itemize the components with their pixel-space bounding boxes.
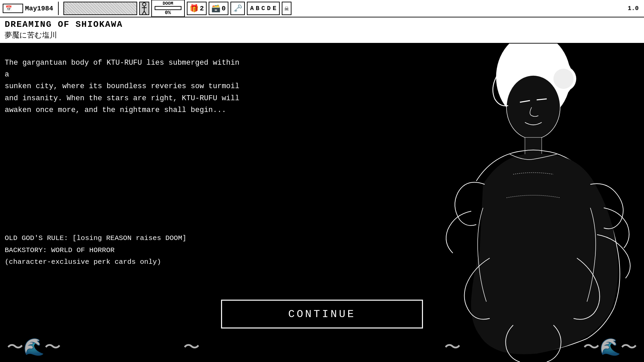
hud-monster-icon: ☠: [284, 4, 289, 13]
deco-scroll-center-left: 〜: [183, 336, 200, 358]
hud-doom-value: 0%: [165, 10, 171, 16]
title-area: DREAMING OF SHIOKAWA 夢魘に苦む塩川: [0, 17, 644, 44]
bottom-decoration: 〜🌊〜 〜 〜 〜🌊〜: [0, 332, 644, 362]
hud-date: 31: [13, 5, 20, 12]
hud-doom-box: DOOM 0%: [151, 0, 185, 17]
hud-map-inner: [64, 2, 137, 14]
hud-letters-box: A B C D E: [247, 2, 280, 15]
bottom-info: OLD GOD'S RULE: [losing REASON raises DO…: [5, 232, 186, 268]
hud-stat2-box: 🗃️ 0: [209, 2, 228, 15]
deco-scroll-left: 〜🌊〜: [7, 336, 61, 358]
hud-letter-a: A: [250, 5, 255, 12]
hud-chest-icon: 🗃️: [211, 4, 220, 13]
svg-line-4: [144, 11, 146, 14]
continue-button[interactable]: CONTINUE: [221, 300, 423, 328]
hud-figure-icon: [139, 2, 149, 15]
character-illustration: [409, 40, 644, 362]
hud-stat2-value: 0: [222, 5, 226, 12]
hud-letter-d: D: [266, 5, 271, 12]
hud-doom-bar: [155, 6, 181, 10]
hud-letter-c: C: [261, 5, 266, 12]
deco-scroll-center-right: 〜: [444, 336, 461, 358]
hud-gift-icon: 🎁: [190, 4, 199, 13]
hud-stat1-value: 2: [200, 5, 204, 12]
hud-divider-1: [58, 2, 59, 15]
hud-date-box: 📅 31: [3, 4, 23, 13]
svg-point-0: [143, 3, 146, 6]
title-japanese: 夢魘に苦む塩川: [5, 30, 639, 40]
description-content: The gargantuan body of KTU-RUFU lies sub…: [5, 59, 239, 114]
main-content: The gargantuan body of KTU-RUFU lies sub…: [0, 47, 644, 362]
rule-line1: OLD GOD'S RULE: [losing REASON raises DO…: [5, 232, 186, 244]
hud-version: 1.0: [628, 5, 641, 12]
deco-scroll-right: 〜🌊〜: [583, 336, 637, 358]
hud-stat1-box: 🎁 2: [187, 2, 207, 15]
rule-line3: (character-exclusive perk cards only): [5, 256, 186, 268]
hud-bar: 📅 31 May1984 DOOM 0% 🎁 2 🗃️ 0 🗝: [0, 0, 644, 17]
svg-point-6: [506, 75, 560, 139]
svg-point-11: [553, 69, 574, 89]
hud-map: [63, 2, 137, 15]
hud-letter-e: E: [272, 5, 277, 12]
hud-letter-b: B: [255, 5, 260, 12]
hud-key-icon: 🗝️: [233, 4, 242, 13]
hud-monster-box: ☠: [282, 2, 291, 15]
calendar-icon: 📅: [5, 5, 12, 12]
rule-line2: BACKSTORY: WORLD OF HORROR: [5, 244, 186, 256]
hud-month-year: May1984: [25, 5, 53, 12]
hud-key-box: 🗝️: [230, 2, 245, 15]
title-english: DREAMING OF SHIOKAWA: [5, 19, 639, 29]
description-text: The gargantuan body of KTU-RUFU lies sub…: [5, 57, 239, 116]
svg-line-3: [142, 11, 144, 14]
hud-doom-label: DOOM: [163, 1, 173, 6]
